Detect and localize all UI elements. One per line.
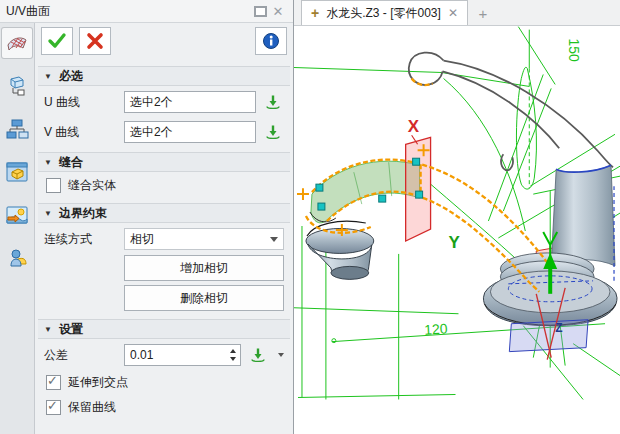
add-tangent-row: 增加相切 — [38, 253, 290, 283]
collapse-icon: ▼ — [44, 325, 52, 334]
sidebar-item-manager[interactable] — [2, 71, 32, 101]
datum-plane: X Y — [406, 117, 461, 252]
sidebar-item-user[interactable] — [2, 243, 32, 273]
extend-checkbox[interactable] — [46, 375, 61, 390]
hierarchy-icon — [5, 117, 29, 141]
uv-surface-dialog: U/V曲面 ✕ — [0, 0, 294, 434]
user-icon — [5, 246, 29, 270]
remove-tangent-button[interactable]: 删除相切 — [124, 285, 284, 311]
dialog-titlebar: U/V曲面 ✕ — [0, 0, 293, 23]
u-curve-row: U 曲线 选中2个 — [38, 86, 290, 116]
keep-curves-label: 保留曲线 — [68, 399, 116, 416]
app-window: U/V曲面 ✕ — [0, 0, 620, 434]
tab-close-icon[interactable]: ✕ — [448, 6, 458, 20]
section-required-label: 必选 — [59, 68, 83, 85]
close-icon: ✕ — [273, 5, 284, 18]
dim-150: 150 — [566, 39, 582, 63]
sidebar-item-history[interactable] — [2, 114, 32, 144]
axis-x-label: X — [408, 117, 420, 136]
extend-row: 延伸到交点 — [38, 369, 290, 394]
pick-arrow-icon — [265, 94, 281, 110]
tab-plus-icon: + — [311, 5, 319, 21]
tolerance-input[interactable]: 0.01 — [124, 344, 241, 366]
extend-label: 延伸到交点 — [68, 374, 128, 391]
v-curve-value: 选中2个 — [130, 124, 173, 141]
section-boundary-label: 边界约束 — [59, 205, 107, 222]
sew-solid-checkbox[interactable] — [46, 178, 61, 193]
faucet-3d-scene: X Y — [294, 26, 620, 434]
dialog-close-button[interactable]: ✕ — [269, 3, 287, 19]
tolerance-pick-button[interactable] — [247, 345, 269, 365]
remove-tangent-row: 删除相切 — [38, 283, 290, 313]
side-tab-strip — [0, 23, 35, 434]
sidebar-item-solid-view[interactable] — [2, 157, 32, 187]
section-sew-header[interactable]: ▼ 缝合 — [38, 152, 290, 172]
collapse-icon: ▼ — [44, 72, 52, 81]
v-curve-label: V 曲线 — [44, 124, 118, 141]
document-tabbar: + 水龙头.Z3 - [零件003] ✕ + — [294, 0, 620, 26]
sew-solid-row: 缝合实体 — [38, 172, 290, 197]
dialog-title: U/V曲面 — [6, 3, 251, 20]
collapse-icon: ▼ — [44, 158, 52, 167]
dialog-content: ▼ 必选 U 曲线 选中2个 V 曲线 选 — [35, 23, 293, 434]
sew-solid-label: 缝合实体 — [68, 177, 116, 194]
pick-options-caret-icon[interactable] — [278, 353, 284, 357]
surface-mesh-icon — [5, 31, 29, 55]
u-curve-value: 选中2个 — [130, 94, 173, 111]
dock-icon — [254, 6, 267, 17]
v-curve-input[interactable]: 选中2个 — [124, 121, 256, 143]
tab-title: 水龙头.Z3 - [零件003] — [326, 5, 441, 22]
section-boundary-header[interactable]: ▼ 边界约束 — [38, 203, 290, 223]
chevron-down-icon — [270, 237, 278, 242]
v-curve-pick-button[interactable] — [262, 122, 284, 142]
section-required-header[interactable]: ▼ 必选 — [38, 66, 290, 86]
info-icon — [262, 32, 280, 50]
section-sew-label: 缝合 — [59, 154, 83, 171]
tolerance-label: 公差 — [44, 347, 118, 364]
axis-y-label: Y — [449, 233, 461, 252]
check-icon — [47, 32, 67, 50]
axis-z-label: Z — [555, 321, 562, 335]
datum-cube-icon — [5, 74, 29, 98]
add-tangent-button[interactable]: 增加相切 — [124, 255, 284, 281]
continuity-row: 连续方式 相切 — [38, 223, 290, 253]
model-viewport[interactable]: X Y — [294, 26, 620, 434]
cross-icon — [86, 32, 104, 50]
continuity-label: 连续方式 — [44, 231, 118, 248]
spinner-down-icon — [230, 357, 236, 361]
sidebar-item-render[interactable] — [2, 200, 32, 230]
ok-button[interactable] — [41, 27, 73, 55]
section-settings-header[interactable]: ▼ 设置 — [38, 319, 290, 339]
dialog-toolbar — [38, 23, 290, 60]
info-button[interactable] — [255, 27, 287, 55]
keep-curves-row: 保留曲线 — [38, 394, 290, 419]
tolerance-value: 0.01 — [130, 348, 225, 362]
keep-curves-checkbox[interactable] — [46, 400, 61, 415]
document-area: + 水龙头.Z3 - [零件003] ✕ + — [294, 0, 620, 434]
pick-arrow-icon — [250, 347, 266, 363]
collapse-icon: ▼ — [44, 209, 52, 218]
solid-window-icon — [5, 160, 29, 184]
dim-120: 120 — [424, 320, 448, 337]
continuity-value: 相切 — [130, 231, 154, 248]
v-curve-row: V 曲线 选中2个 — [38, 116, 290, 146]
continuity-dropdown[interactable]: 相切 — [124, 228, 284, 250]
tab-faucet-part[interactable]: + 水龙头.Z3 - [零件003] ✕ — [301, 0, 468, 25]
u-curve-label: U 曲线 — [44, 94, 118, 111]
image-icon — [5, 203, 29, 227]
tolerance-row: 公差 0.01 — [38, 339, 290, 369]
spout-outline — [409, 53, 613, 171]
u-curve-input[interactable]: 选中2个 — [124, 91, 256, 113]
cancel-button[interactable] — [79, 27, 111, 55]
tolerance-spinner[interactable] — [225, 345, 240, 365]
u-curve-pick-button[interactable] — [262, 92, 284, 112]
section-settings-label: 设置 — [59, 321, 83, 338]
spinner-up-icon — [230, 349, 236, 353]
pick-arrow-icon — [265, 124, 281, 140]
dock-button[interactable] — [251, 3, 269, 19]
sidebar-item-uv-surface[interactable] — [2, 28, 32, 58]
new-tab-button[interactable]: + — [468, 1, 498, 25]
